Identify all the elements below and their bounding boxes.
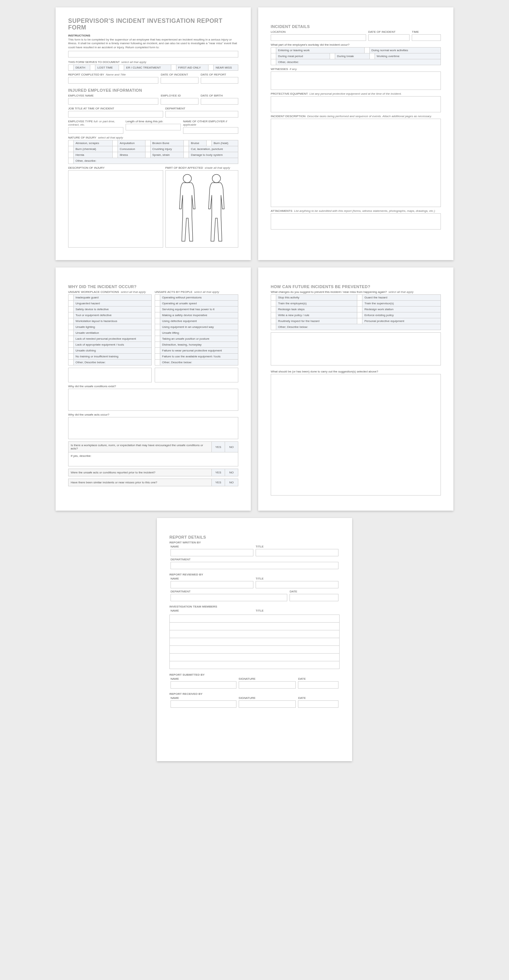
ck-break[interactable] (330, 53, 335, 59)
ck-inj-other[interactable] (68, 158, 74, 164)
cond-ck-8[interactable] (68, 342, 74, 348)
received-date-input[interactable] (298, 700, 339, 708)
emp-name-input[interactable] (68, 98, 158, 105)
team-row-4[interactable] (169, 638, 340, 646)
inc-desc-input[interactable] (271, 119, 441, 207)
date-incident-input-2[interactable] (368, 34, 410, 41)
desc-injury-input[interactable] (68, 170, 163, 248)
date-incident-input[interactable] (161, 77, 198, 84)
ck-inspect[interactable] (271, 318, 276, 324)
dob-input[interactable] (201, 98, 238, 105)
dept-input[interactable] (165, 111, 238, 118)
ck-sprain[interactable] (145, 152, 150, 158)
cond-ck-10[interactable] (68, 354, 74, 360)
other-emp-input[interactable] (183, 127, 238, 134)
team-row-2[interactable] (169, 622, 340, 630)
acts-ck-8[interactable] (155, 342, 160, 348)
len-job-input[interactable] (126, 124, 181, 130)
acts-ck-6[interactable] (155, 330, 160, 336)
ck-illness[interactable] (112, 152, 118, 158)
written-title-input[interactable] (256, 549, 339, 556)
cond-ck-7[interactable] (68, 336, 74, 342)
acts-ck-3[interactable] (155, 312, 160, 318)
ck-broken[interactable] (145, 140, 150, 146)
ck-guard[interactable] (357, 295, 363, 301)
check-firstaid[interactable] (171, 65, 176, 71)
ck-bodysys[interactable] (184, 152, 189, 158)
body-diagram[interactable] (165, 170, 238, 248)
ck-hernia[interactable] (68, 152, 74, 158)
ck-wd-other[interactable] (271, 59, 276, 65)
check-death[interactable] (68, 65, 74, 71)
ppe-input[interactable] (271, 96, 441, 112)
cond-other-input[interactable] (68, 368, 152, 382)
check-er[interactable] (119, 65, 124, 71)
ck-pv-other[interactable] (271, 324, 276, 330)
ck-policy[interactable] (271, 312, 276, 318)
cond-ck-4[interactable] (68, 318, 74, 324)
team-row-5[interactable] (169, 646, 340, 654)
ck-redesigntask[interactable] (271, 307, 276, 312)
prevent-other-input[interactable] (271, 332, 441, 366)
ck-normal[interactable] (364, 48, 369, 53)
written-dept-input[interactable] (170, 562, 339, 569)
cond-ck-2[interactable] (68, 307, 74, 312)
acts-ck-2[interactable] (155, 307, 160, 312)
team-row-7[interactable] (169, 661, 340, 669)
received-sig-input[interactable] (239, 700, 296, 708)
cond-ck-11[interactable] (68, 360, 74, 366)
ck-stop[interactable] (271, 295, 276, 301)
reported-yes[interactable]: YES (212, 469, 225, 476)
emp-id-input[interactable] (161, 98, 198, 105)
ck-cut[interactable] (184, 146, 189, 152)
ck-overtime[interactable] (369, 53, 375, 59)
submitted-sig-input[interactable] (239, 681, 296, 689)
if-yes-input[interactable] (71, 458, 236, 464)
culture-no[interactable]: NO (225, 442, 238, 452)
culture-yes[interactable]: YES (212, 442, 225, 452)
reviewed-dept-input[interactable] (170, 594, 287, 601)
cond-ck-5[interactable] (68, 324, 74, 330)
check-losttime[interactable] (90, 65, 95, 71)
report-by-input[interactable] (68, 77, 158, 84)
ck-ppe[interactable] (357, 318, 363, 324)
job-title-input[interactable] (68, 111, 163, 118)
cond-ck-9[interactable] (68, 348, 74, 354)
team-row-3[interactable] (169, 630, 340, 638)
team-row-1[interactable] (169, 614, 340, 623)
ck-amputation[interactable] (112, 140, 118, 146)
emp-type-input[interactable] (68, 127, 123, 134)
location-input[interactable] (271, 34, 366, 41)
ck-trainsup[interactable] (357, 301, 363, 307)
ck-bruise[interactable] (184, 140, 189, 146)
team-row-6[interactable] (169, 653, 340, 661)
similar-yes[interactable]: YES (212, 479, 225, 486)
received-name-input[interactable] (170, 700, 237, 708)
check-nearmiss[interactable] (208, 65, 214, 71)
acts-ck-5[interactable] (155, 324, 160, 330)
why-cond-input[interactable] (68, 389, 238, 411)
acts-ck-11[interactable] (155, 360, 160, 366)
ck-burnheat[interactable] (206, 140, 212, 146)
ck-trainemp[interactable] (271, 301, 276, 307)
attach-input[interactable] (271, 213, 441, 229)
ck-burnchem[interactable] (68, 146, 74, 152)
reviewed-name-input[interactable] (170, 581, 253, 589)
similar-no[interactable]: NO (225, 479, 238, 486)
reviewed-date-input[interactable] (289, 594, 339, 601)
written-name-input[interactable] (170, 549, 253, 556)
reported-no[interactable]: NO (225, 469, 238, 476)
date-report-input[interactable] (201, 77, 238, 84)
reviewed-title-input[interactable] (256, 581, 339, 589)
ck-concussion[interactable] (112, 146, 118, 152)
ck-entering[interactable] (271, 48, 276, 53)
acts-other-input[interactable] (155, 368, 238, 382)
acts-ck-7[interactable] (155, 336, 160, 342)
return-to-input[interactable] (68, 51, 238, 57)
ck-abrasion[interactable] (68, 140, 74, 146)
submitted-name-input[interactable] (170, 681, 237, 689)
ck-crushing[interactable] (145, 146, 150, 152)
ck-meal[interactable] (271, 53, 276, 59)
ck-enforce[interactable] (357, 312, 363, 318)
witnesses-input[interactable] (271, 72, 441, 90)
